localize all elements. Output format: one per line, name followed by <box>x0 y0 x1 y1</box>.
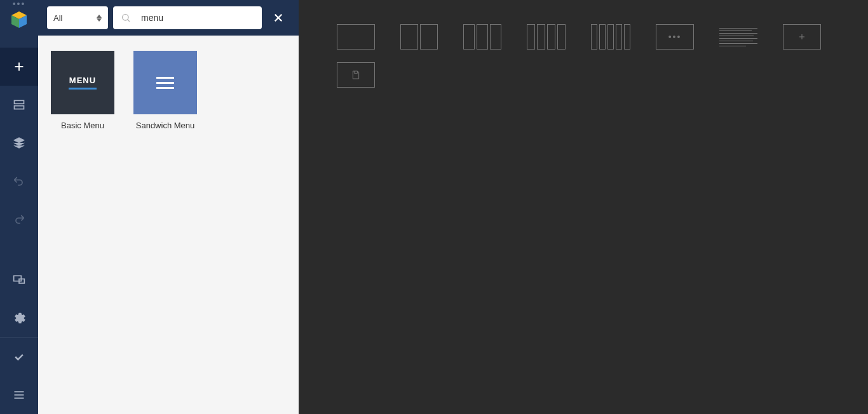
elements-panel: All MENU Basic Menu <box>38 0 299 414</box>
element-basic-menu[interactable]: MENU Basic Menu <box>51 51 114 130</box>
layout-text-lines-icon[interactable] <box>719 28 757 46</box>
panel-header: All <box>38 0 299 36</box>
hamburger-icon <box>156 77 174 89</box>
vertical-toolbar: ••• <box>0 0 38 414</box>
svg-point-12 <box>123 15 128 20</box>
filter-dropdown[interactable]: All <box>47 6 108 29</box>
menu-button[interactable] <box>0 376 38 414</box>
layout-1col[interactable] <box>337 24 375 50</box>
layout-add[interactable] <box>783 24 821 50</box>
svg-marker-10 <box>97 15 102 18</box>
search-icon <box>121 13 131 23</box>
logo-icon[interactable] <box>10 10 29 29</box>
element-sandwich-menu[interactable]: Sandwich Menu <box>133 51 197 130</box>
redo-button[interactable] <box>0 200 38 238</box>
responsive-button[interactable] <box>0 261 38 299</box>
element-thumb: MENU <box>51 51 114 114</box>
search-input[interactable] <box>141 13 254 23</box>
layout-5col[interactable] <box>591 24 630 50</box>
settings-button[interactable] <box>0 299 38 337</box>
save-check-button[interactable] <box>0 338 38 376</box>
dropdown-arrows-icon <box>97 15 102 22</box>
layout-2col[interactable] <box>400 24 438 50</box>
layout-row-2 <box>337 62 830 88</box>
search-box <box>113 6 262 29</box>
svg-marker-11 <box>97 18 102 22</box>
filter-dropdown-text: All <box>53 13 97 23</box>
layout-row-1: ••• <box>337 24 830 50</box>
svg-line-13 <box>128 20 130 22</box>
layout-more[interactable]: ••• <box>656 24 694 50</box>
add-element-button[interactable] <box>0 48 38 86</box>
layout-4col[interactable] <box>527 24 566 50</box>
element-thumb <box>133 51 197 114</box>
undo-button[interactable] <box>0 162 38 200</box>
logo-section: ••• <box>0 0 38 48</box>
layout-template[interactable] <box>337 62 375 88</box>
element-label: Basic Menu <box>61 121 104 130</box>
logo-dots: ••• <box>13 1 26 6</box>
thumb-underline <box>69 88 97 90</box>
canvas-area: ••• <box>299 0 868 414</box>
close-panel-button[interactable] <box>267 6 290 29</box>
svg-rect-4 <box>15 106 24 109</box>
layout-3col[interactable] <box>463 24 501 50</box>
elements-grid: MENU Basic Menu Sandwich Menu <box>38 36 299 145</box>
element-label: Sandwich Menu <box>136 121 195 130</box>
thumb-text: MENU <box>69 76 96 85</box>
rows-button[interactable] <box>0 86 38 124</box>
layers-button[interactable] <box>0 124 38 162</box>
svg-rect-3 <box>15 100 24 104</box>
